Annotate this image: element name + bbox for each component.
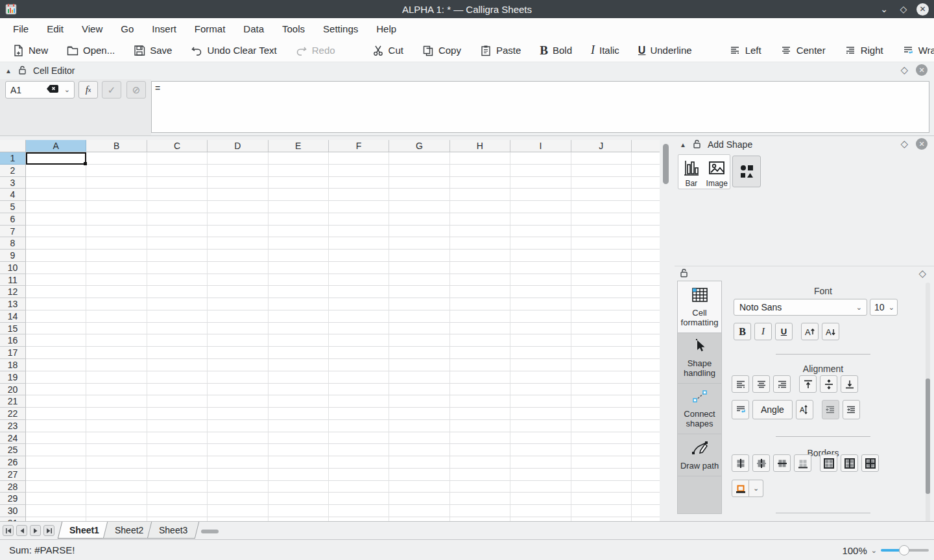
column-header-b[interactable]: B [86, 140, 147, 152]
grid-cell[interactable] [389, 177, 449, 189]
open-button[interactable]: Open... [61, 41, 121, 60]
grid-cell[interactable] [208, 481, 268, 493]
grid-cell[interactable] [147, 493, 208, 505]
collapse-triangle-icon[interactable]: ▲ [680, 141, 686, 148]
grid-cell[interactable] [632, 274, 660, 286]
grid-cell[interactable] [571, 444, 632, 456]
shape-item-bar[interactable]: Bar [678, 155, 704, 189]
grid-cell[interactable] [510, 359, 571, 371]
row-header-9[interactable]: 9 [0, 250, 26, 262]
row-header-11[interactable]: 11 [0, 274, 26, 286]
grid-cell[interactable] [269, 165, 329, 177]
grid-cell[interactable] [26, 408, 86, 420]
grid-cell[interactable] [632, 469, 660, 481]
align-right-button[interactable] [773, 375, 791, 393]
grid-cell[interactable] [510, 420, 571, 432]
grid-cell[interactable] [389, 444, 449, 456]
grid-cell[interactable] [329, 152, 389, 165]
grid-cell[interactable] [510, 152, 571, 165]
grid-cell[interactable] [632, 432, 660, 445]
grid-cell[interactable] [632, 298, 660, 310]
grid-cell[interactable] [86, 384, 147, 396]
grid-cell[interactable] [389, 286, 449, 298]
grid-cell[interactable] [147, 444, 208, 456]
grid-cell[interactable] [269, 469, 329, 481]
row-header-7[interactable]: 7 [0, 226, 26, 238]
row-header-23[interactable]: 23 [0, 420, 26, 432]
grid-cell[interactable] [329, 481, 389, 493]
grid-cell[interactable] [147, 177, 208, 189]
grid-cell[interactable] [86, 165, 147, 177]
grid-cell[interactable] [450, 420, 510, 432]
grid-cell[interactable] [450, 310, 510, 323]
grid-cell[interactable] [510, 444, 571, 456]
grid-cell[interactable] [329, 274, 389, 286]
grid-cell[interactable] [329, 505, 389, 517]
grid-cell[interactable] [86, 226, 147, 238]
zoom-slider[interactable] [881, 545, 929, 555]
grid-cell[interactable] [26, 189, 86, 201]
grid-cell[interactable] [632, 165, 660, 177]
grid-cell[interactable] [632, 384, 660, 396]
grid-cell[interactable] [208, 201, 268, 213]
grid-cell[interactable] [147, 481, 208, 493]
grid-cell[interactable] [450, 262, 510, 274]
row-header-12[interactable]: 12 [0, 286, 26, 298]
grid-cell[interactable] [571, 286, 632, 298]
grid-cell[interactable] [571, 250, 632, 262]
grid-cell[interactable] [510, 384, 571, 396]
grid-cell[interactable] [26, 384, 86, 396]
lock-icon[interactable] [693, 139, 701, 150]
grid-cell[interactable] [632, 493, 660, 505]
vertical-text-button[interactable]: A [796, 400, 813, 419]
function-button[interactable]: fx [78, 81, 98, 99]
grid-cell[interactable] [26, 213, 86, 226]
lock-icon[interactable] [680, 268, 688, 280]
grid-cell[interactable] [389, 237, 449, 250]
row-header-29[interactable]: 29 [0, 493, 26, 505]
grid-cell[interactable] [26, 165, 86, 177]
grid-cell[interactable] [208, 456, 268, 469]
grid-cell[interactable] [450, 371, 510, 384]
grid-cell[interactable] [269, 359, 329, 371]
grid-cell[interactable] [632, 213, 660, 226]
grid-cell[interactable] [147, 384, 208, 396]
grid-cell[interactable] [269, 189, 329, 201]
row-header-19[interactable]: 19 [0, 371, 26, 384]
grid-cell[interactable] [269, 152, 329, 165]
grid-body[interactable]: 1234567891011121314151617181920212223242… [0, 152, 660, 521]
grid-cell[interactable] [329, 469, 389, 481]
grid-cell[interactable] [389, 165, 449, 177]
chevron-down-icon[interactable]: ⌄ [871, 546, 877, 555]
grid-cell[interactable] [329, 371, 389, 384]
grid-cell[interactable] [269, 274, 329, 286]
cell-reference-combo[interactable]: A1 ⌄ [5, 81, 75, 99]
grid-cell[interactable] [389, 298, 449, 310]
grid-cell[interactable] [329, 262, 389, 274]
cancel-button[interactable]: ⊘ [126, 81, 146, 99]
grid-cell[interactable] [450, 323, 510, 335]
border-inner-vertical-button[interactable] [841, 454, 858, 472]
row-header-5[interactable]: 5 [0, 201, 26, 213]
row-header-21[interactable]: 21 [0, 395, 26, 408]
grid-cell[interactable] [147, 347, 208, 359]
grid-cell[interactable] [571, 493, 632, 505]
grid-cell[interactable] [208, 213, 268, 226]
row-header-8[interactable]: 8 [0, 237, 26, 250]
grid-cell[interactable] [510, 371, 571, 384]
grid-cell[interactable] [510, 347, 571, 359]
align-left-button[interactable] [732, 375, 749, 393]
grid-cell[interactable] [632, 456, 660, 469]
bold-button[interactable]: B [734, 323, 751, 340]
grid-cell[interactable] [450, 444, 510, 456]
center-button[interactable]: Center [774, 41, 832, 60]
grid-cell[interactable] [147, 298, 208, 310]
grid-cell[interactable] [510, 237, 571, 250]
first-sheet-icon[interactable] [3, 525, 14, 536]
grid-cell[interactable] [147, 201, 208, 213]
column-header-f[interactable]: F [329, 140, 389, 152]
grid-cell[interactable] [86, 493, 147, 505]
grid-cell[interactable] [86, 408, 147, 420]
grid-cell[interactable] [26, 347, 86, 359]
dock-tab-connect-shapes[interactable]: Connect shapes [677, 384, 722, 434]
